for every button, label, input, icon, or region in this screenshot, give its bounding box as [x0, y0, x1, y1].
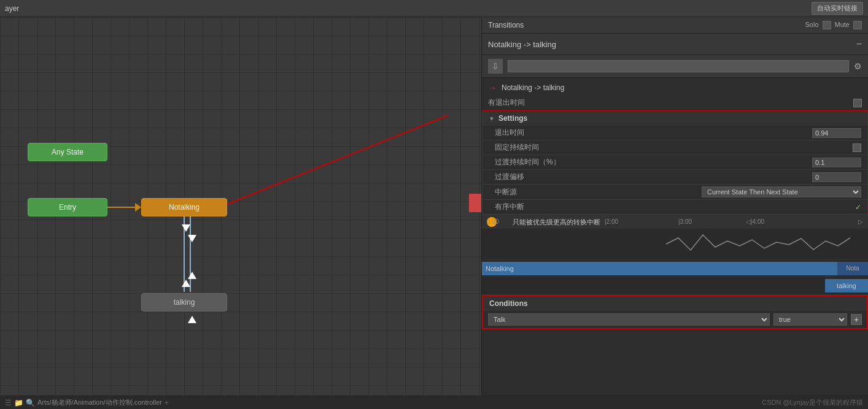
trans-duration-label: 过渡持续时间（%） [495, 157, 812, 167]
state-talking[interactable]: talking [141, 293, 227, 312]
settings-row-ordered-interrupt: 有序中断 ✓ [482, 200, 867, 214]
transition-icon: ⇩ [488, 59, 503, 74]
solo-checkbox[interactable] [823, 21, 831, 29]
condition-row: Talk true + [483, 311, 867, 328]
settings-header[interactable]: ▼ Settings [482, 111, 867, 126]
svg-line-3 [227, 115, 448, 204]
transition-name-input[interactable] [508, 60, 849, 72]
right-panel-scroll[interactable]: ⇩ ⚙ → Notalking -> talking 有退出时间 ▼ Setti… [482, 55, 868, 396]
settings-row-trans-offset: 过渡偏移 [482, 170, 867, 185]
solo-mute-controls: Solo Mute [805, 21, 862, 29]
exit-time-row: 有退出时间 [482, 95, 868, 110]
search-icon[interactable]: 🔍 [26, 399, 35, 407]
ruler-marker-end: ▷ [858, 218, 863, 225]
settings-row-interrupt-source: 中断源 Current State Then Next State [482, 185, 867, 200]
settings-title: Settings [498, 114, 527, 123]
watermark: CSDN @Lynjay是个很菜的程序猿 [762, 399, 863, 406]
ordered-interrupt-checkmark: ✓ [855, 203, 861, 212]
gear-button[interactable]: ⚙ [854, 61, 862, 71]
talking-track-bg: talking [482, 279, 868, 292]
autolink-button[interactable]: 自动实时链接 [812, 2, 863, 15]
settings-section: ▼ Settings 退出时间 固定持续时间 过渡持续时间（%） [482, 110, 868, 215]
graph-canvas[interactable]: Any State Entry Notalking talking [0, 17, 481, 396]
mute-label: Mute [835, 21, 850, 29]
solo-label: Solo [805, 21, 819, 29]
panel-header: Transitions Solo Mute [482, 17, 868, 34]
transition-arrow-label: Notalking -> talking [502, 83, 564, 92]
talking-track-row: talking [482, 277, 868, 294]
trans-duration-value[interactable] [812, 158, 861, 167]
exit-time-setting-label: 退出时间 [495, 128, 812, 138]
conditions-section: Conditions Talk true + [482, 295, 868, 329]
minus-button[interactable]: − [856, 39, 862, 50]
ordered-interrupt-label: 有序中断 [495, 202, 855, 212]
exit-time-label: 有退出时间 [488, 97, 848, 108]
plus-icon[interactable]: + [165, 399, 169, 407]
condition-value-dropdown[interactable]: true [773, 313, 847, 326]
arrow-down-tri-2 [188, 235, 196, 242]
notalking-track-bar: Notalking Nota [482, 262, 868, 275]
entry-arrow [135, 203, 141, 212]
state-notalking[interactable]: Notalking [141, 198, 227, 216]
trans-offset-value[interactable] [812, 172, 861, 182]
timeline-wave [482, 229, 868, 259]
menu-icon[interactable]: ☰ [5, 399, 12, 407]
ruler-marker-4: ◁|4:00 [746, 218, 764, 225]
ruler-marker-0: 0:00 [487, 218, 498, 225]
transition-arrow-row: → Notalking -> talking [482, 78, 868, 95]
transitions-label: Transitions [488, 21, 524, 29]
file-path: Arts/杨老师/Animation/动作控制.controller [37, 398, 162, 407]
ruler-marker-3: |3:00 [678, 218, 692, 225]
window-title: ayer [5, 4, 19, 13]
trans-offset-label: 过渡偏移 [495, 172, 812, 182]
notalking-track-label: Notalking [486, 265, 514, 272]
exit-time-value[interactable] [812, 128, 861, 138]
mute-checkbox[interactable] [853, 21, 862, 29]
red-arrow-icon: → [488, 83, 497, 93]
timeline-ruler: 只能被优先级更高的转换中断 0:00 |2:00 |3:00 ◁|4:00 ▷ [482, 215, 868, 229]
fixed-duration-checkbox[interactable] [853, 143, 861, 152]
arrow-down-tri-1 [182, 224, 190, 232]
settings-row-fixed-duration: 固定持续时间 [482, 140, 867, 155]
arrow-up-tri-talking [188, 316, 196, 323]
transition-label-row: Notalking -> talking − [482, 34, 868, 55]
timeline-area: 只能被优先级更高的转换中断 0:00 |2:00 |3:00 ◁|4:00 ▷ [482, 215, 868, 294]
bottom-left: ☰ 📁 🔍 Arts/杨老师/Animation/动作控制.controller… [5, 398, 169, 407]
transition-main-label: Notalking -> talking [488, 40, 556, 49]
notalking-track-row: Notalking Nota [482, 259, 868, 277]
bottom-bar: ☰ 📁 🔍 Arts/杨老师/Animation/动作控制.controller… [0, 396, 868, 409]
arrow-up-tri-2 [188, 272, 196, 279]
transition-item[interactable]: ⇩ ⚙ [482, 55, 868, 78]
right-panel: Transitions Solo Mute Notalking -> talki… [481, 17, 868, 396]
settings-row-trans-duration: 过渡持续时间（%） [482, 155, 867, 170]
state-entry[interactable]: Entry [28, 198, 107, 216]
folder-icon[interactable]: 📁 [14, 399, 23, 407]
settings-row-exit-time: 退出时间 [482, 126, 867, 140]
interrupt-source-dropdown[interactable]: Current State Then Next State [702, 186, 861, 197]
top-bar: ayer 自动实时链接 [0, 0, 868, 17]
state-any-state[interactable]: Any State [28, 143, 107, 161]
condition-add-button[interactable]: + [851, 314, 862, 325]
main-area: Any State Entry Notalking talking Transi… [0, 17, 868, 396]
red-state-indicator [469, 194, 481, 212]
settings-triangle-icon: ▼ [489, 115, 495, 122]
talking-track-bar: talking [825, 279, 868, 292]
conditions-header: Conditions [483, 296, 867, 311]
exit-time-checkbox[interactable] [853, 99, 862, 107]
ruler-marker-2: |2:00 [605, 218, 618, 225]
fixed-duration-label: 固定持续时间 [495, 142, 853, 153]
arrow-up-tri-1 [182, 280, 190, 287]
waveform-svg [482, 229, 868, 259]
timeline-warning: 只能被优先级更高的转换中断 [513, 218, 600, 227]
interrupt-source-label: 中断源 [495, 187, 702, 197]
bottom-right: CSDN @Lynjay是个很菜的程序猿 [762, 398, 863, 407]
notalking-track-end: Nota [837, 262, 868, 275]
condition-param-dropdown[interactable]: Talk [488, 313, 770, 326]
